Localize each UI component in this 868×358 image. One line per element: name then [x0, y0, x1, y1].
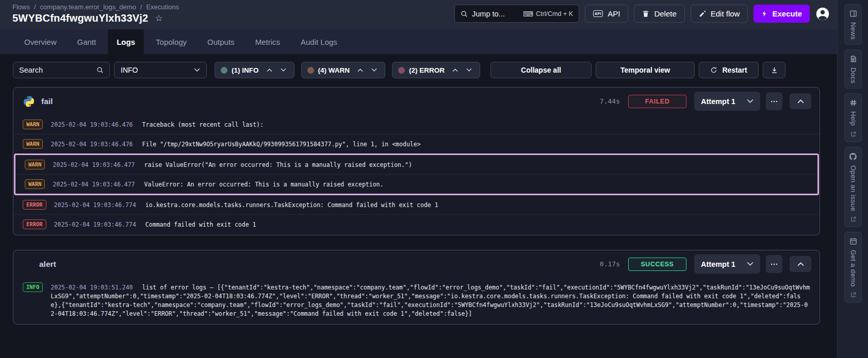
external-link-icon [850, 131, 856, 137]
user-avatar[interactable] [815, 7, 830, 21]
log-row[interactable]: WARN 2025-02-04 19:03:46.476File "/tmp/2… [13, 134, 820, 154]
log-row[interactable]: WARN 2025-02-04 19:03:46.477raise ValueE… [15, 155, 817, 174]
log-rows: WARN 2025-02-04 19:03:46.476Traceback (m… [13, 115, 820, 235]
tab-topology[interactable]: Topology [147, 29, 195, 54]
log-search-input[interactable] [19, 66, 93, 74]
toggle-1-info[interactable]: (1) INFO [215, 62, 294, 78]
external-link-icon [850, 292, 856, 298]
breadcrumb-flows[interactable]: Flows [12, 3, 30, 11]
log-row[interactable]: INFO 2025-02-04 19:03:51.240list of erro… [13, 278, 820, 323]
collapse-card-button[interactable] [790, 93, 811, 109]
tab-audit-logs[interactable]: Audit Logs [292, 29, 346, 54]
tab-overview[interactable]: Overview [15, 29, 65, 54]
level-dot [398, 67, 405, 74]
task-menu-button[interactable] [766, 92, 782, 110]
panel-icon [849, 10, 857, 18]
log-message: Traceback (most recent call last): [142, 121, 264, 128]
keyboard-shortcut: ⌨Ctrl/Cmd + K [523, 10, 573, 18]
edit-flow-button[interactable]: Edit flow [691, 5, 748, 23]
log-level-badge: WARN [25, 179, 45, 189]
sidebar-tab-get-a-demo[interactable]: Get a demo [844, 232, 862, 303]
tab-label: Overview [24, 38, 57, 46]
level-dot [221, 67, 227, 74]
log-timestamp: 2025-02-04 19:03:46.477 [53, 181, 135, 188]
log-message: ValueError: An error occurred: This is a… [144, 181, 384, 188]
status-badge: SUCCESS [628, 258, 686, 271]
top-header: Flows/company.team.error_logs_demo/Execu… [0, 0, 837, 29]
temporal-view-button[interactable]: Temporal view [596, 62, 695, 78]
task-name: fail [41, 97, 53, 106]
level-dot [307, 67, 314, 74]
log-row[interactable]: WARN 2025-02-04 19:03:46.476Traceback (m… [13, 115, 820, 134]
jump-to-input[interactable] [472, 10, 519, 18]
delete-button[interactable]: Delete [634, 5, 684, 23]
level-scroll-up-button[interactable] [355, 67, 365, 73]
collapse-card-button[interactable] [790, 256, 811, 272]
log-level-select[interactable]: INFO [114, 62, 207, 78]
log-timestamp: 2025-02-04 19:03:46.476 [51, 141, 133, 148]
log-timestamp: 2025-02-04 19:03:46.774 [54, 221, 136, 228]
sidebar-tab-help[interactable]: Help [844, 93, 862, 142]
log-search[interactable] [13, 62, 110, 78]
level-scroll-up-button[interactable] [450, 67, 460, 73]
log-level-badge: INFO [23, 282, 43, 292]
sidebar-tab-open-an-issue[interactable]: Open an issue [844, 147, 862, 227]
log-timestamp: 2025-02-04 19:03:46.476 [51, 121, 133, 128]
sidebar-tab-docs[interactable]: Docs [844, 49, 862, 89]
chevron-up-icon [797, 262, 804, 266]
level-scroll-up-button[interactable] [265, 67, 274, 73]
keyboard-icon: ⌨ [523, 10, 533, 18]
restart-button[interactable]: Restart [699, 62, 759, 78]
sidebar-tab-label: Get a demo [849, 250, 857, 287]
log-message: io.kestra.core.models.tasks.runners.Task… [145, 201, 438, 209]
log-timestamp: 2025-02-04 19:03:51.240 [51, 284, 133, 291]
trash-icon [642, 10, 649, 18]
sidebar-tab-news[interactable]: News [844, 4, 862, 45]
tab-label: Logs [117, 38, 135, 46]
task-menu-button[interactable] [766, 255, 782, 273]
log-level-value: INFO [121, 66, 138, 74]
tab-logs[interactable]: Logs [108, 29, 144, 54]
api-icon: API [593, 10, 603, 17]
pencil-icon [699, 10, 706, 18]
level-scroll-down-button[interactable] [279, 67, 288, 73]
tab-label: Outputs [207, 38, 235, 46]
restart-icon [710, 66, 717, 74]
attempt-select[interactable]: Attempt 1 [694, 92, 760, 111]
log-row[interactable]: ERROR 2025-02-04 19:03:46.774Command fai… [13, 214, 820, 234]
log-row[interactable]: ERROR 2025-02-04 19:03:46.774io.kestra.c… [13, 195, 820, 214]
header-left: Flows/company.team.error_logs_demo/Execu… [12, 3, 179, 24]
toggle-2-error[interactable]: (2) ERROR [392, 62, 480, 78]
task-card-header: alert 0.17s SUCCESS Attempt 1 [13, 250, 820, 278]
task-duration: 7.44s [600, 97, 620, 105]
collapse-all-button[interactable]: Collapse all [490, 62, 592, 78]
level-scroll-down-button[interactable] [369, 67, 379, 73]
main-area: Flows/company.team.error_logs_demo/Execu… [0, 0, 837, 358]
breadcrumb-executions[interactable]: Executions [146, 3, 179, 11]
log-message: File "/tmp/29xtNw9O5ryarUsByAAKkQ/993099… [142, 141, 421, 148]
log-level-badge: ERROR [23, 200, 46, 210]
star-icon[interactable]: ☆ [155, 14, 162, 23]
external-link-icon [850, 216, 856, 222]
breadcrumb-company-team-error-logs-demo[interactable]: company.team.error_logs_demo [40, 3, 136, 11]
attempt-select[interactable]: Attempt 1 [694, 254, 760, 274]
tab-gantt[interactable]: Gantt [69, 29, 105, 54]
attempt-label: Attempt 1 [701, 97, 735, 106]
api-button[interactable]: API API [585, 5, 628, 23]
tab-label: Gantt [77, 38, 96, 46]
tab-outputs[interactable]: Outputs [199, 29, 243, 54]
download-logs-button[interactable] [763, 62, 785, 78]
level-scroll-down-button[interactable] [464, 67, 474, 73]
toggle-4-warn[interactable]: (4) WARN [301, 62, 386, 78]
tab-metrics[interactable]: Metrics [247, 29, 289, 54]
breadcrumb-separator: / [34, 3, 36, 11]
execute-button[interactable]: Execute [754, 5, 810, 23]
jump-to-search[interactable]: ⌨Ctrl/Cmd + K [454, 5, 579, 23]
logs-panel: INFO (1) INFO (4) WARN (2) ERROR Collaps… [0, 54, 837, 358]
sidebar-tab-label: Open an issue [849, 165, 857, 211]
task-name: alert [39, 260, 56, 269]
ellipsis-icon [771, 100, 778, 103]
kestra-execution-page: Flows/company.team.error_logs_demo/Execu… [0, 0, 868, 358]
sidebar-tab-label: News [849, 22, 857, 40]
log-row[interactable]: WARN 2025-02-04 19:03:46.477ValueError: … [15, 174, 817, 194]
